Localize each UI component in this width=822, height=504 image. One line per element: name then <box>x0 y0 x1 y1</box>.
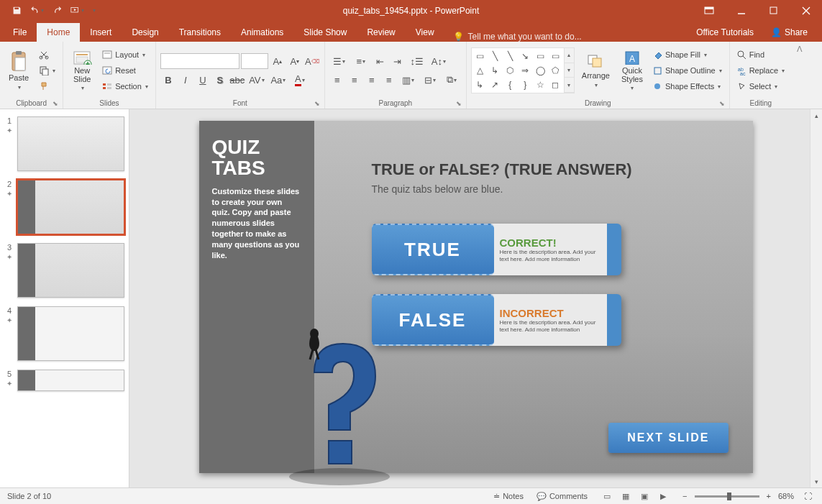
increase-font-button[interactable]: A▴ <box>270 53 286 69</box>
select-button[interactable]: Select▾ <box>734 79 787 93</box>
tab-review[interactable]: Review <box>357 23 405 42</box>
change-case-button[interactable]: Aa▾ <box>268 72 288 88</box>
line-spacing-button[interactable]: ↕☰ <box>407 53 427 69</box>
zoom-slider-track[interactable] <box>695 495 759 498</box>
true-button[interactable]: TRUE <box>372 224 494 275</box>
answer-tab-true: TRUE CORRECT! Here is the description ar… <box>372 224 731 275</box>
tab-view[interactable]: View <box>406 23 444 42</box>
comments-button[interactable]: 💬Comments <box>534 490 590 503</box>
tab-home[interactable]: Home <box>37 23 80 42</box>
shape-effects-button[interactable]: Shape Effects▾ <box>650 79 725 93</box>
redo-button[interactable] <box>47 2 66 19</box>
font-name-input[interactable] <box>160 53 239 69</box>
char-spacing-button[interactable]: AV▾ <box>247 72 267 88</box>
qat-customize-button[interactable]: ▾ <box>88 2 99 19</box>
undo-button[interactable]: ▾ <box>27 2 46 19</box>
thumbnail-3[interactable]: 3✦ <box>0 240 129 303</box>
tab-animations[interactable]: Animations <box>231 23 293 42</box>
start-from-beginning-button[interactable]: ▾ <box>68 2 86 19</box>
clear-formatting-button[interactable]: A⌫ <box>304 53 320 69</box>
tab-design[interactable]: Design <box>122 23 168 42</box>
clipboard-launcher[interactable]: ⬊ <box>52 100 58 107</box>
slide-preview[interactable]: QUIZ TABS Customize these slides to crea… <box>199 121 753 473</box>
ribbon-display-button[interactable] <box>693 0 725 21</box>
notes-button[interactable]: ≐Notes <box>490 490 526 503</box>
font-color-button[interactable]: A▾ <box>290 72 310 88</box>
share-button[interactable]: 👤 Share <box>765 24 813 40</box>
strikethrough-button[interactable]: abc <box>229 72 245 88</box>
zoom-in-button[interactable]: + <box>764 490 774 502</box>
increase-indent-button[interactable]: ⇥ <box>390 53 406 69</box>
zoom-out-button[interactable]: − <box>680 490 690 502</box>
format-painter-button[interactable] <box>36 79 58 93</box>
layout-button[interactable]: Layout▾ <box>99 47 151 62</box>
smartart-button[interactable]: ⧉▾ <box>442 72 462 88</box>
maximize-button[interactable] <box>757 0 790 21</box>
thumbnail-2[interactable]: 2✦ <box>0 177 129 240</box>
false-button[interactable]: FALSE <box>372 294 494 346</box>
shape-outline-button[interactable]: Shape Outline▾ <box>650 63 725 78</box>
decrease-indent-button[interactable]: ⇤ <box>373 53 388 69</box>
shape-fill-button[interactable]: Shape Fill▾ <box>650 47 725 62</box>
thumbnail-1[interactable]: 1✦ <box>0 114 129 177</box>
bold-button[interactable]: B <box>160 72 176 88</box>
tab-insert[interactable]: Insert <box>80 23 122 42</box>
tell-me-search[interactable]: 💡 Tell me what you want to do... <box>453 32 582 42</box>
scroll-down-icon[interactable]: ▾ <box>815 475 818 487</box>
bullets-button[interactable]: ☰▾ <box>329 53 350 69</box>
close-button[interactable] <box>790 0 822 21</box>
fit-to-window-button[interactable]: ⛶ <box>801 490 815 502</box>
thumbnail-5[interactable]: 5✦ <box>0 367 129 397</box>
sorter-view-button[interactable]: ▦ <box>616 489 635 503</box>
italic-button[interactable]: I <box>178 72 193 88</box>
tab-slideshow[interactable]: Slide Show <box>293 23 357 42</box>
reading-view-button[interactable]: ▣ <box>635 489 654 503</box>
tab-cap <box>606 294 621 346</box>
tab-transitions[interactable]: Transitions <box>169 23 231 42</box>
vertical-scrollbar[interactable]: ▴ ▾ <box>810 109 822 487</box>
numbering-button[interactable]: ≡▾ <box>351 53 371 69</box>
font-size-input[interactable] <box>241 53 268 69</box>
decrease-font-button[interactable]: A▾ <box>287 53 303 69</box>
reset-button[interactable]: Reset <box>99 63 151 78</box>
svg-rect-17 <box>104 52 110 54</box>
save-button[interactable] <box>7 2 26 19</box>
minimize-button[interactable] <box>725 0 757 21</box>
justify-button[interactable]: ≡ <box>381 72 397 88</box>
tab-file[interactable]: File <box>3 23 37 42</box>
slideshow-view-button[interactable]: ▶ <box>654 489 672 503</box>
scroll-up-icon[interactable]: ▴ <box>815 109 818 122</box>
paragraph-launcher[interactable]: ⬊ <box>456 100 462 107</box>
shapes-gallery[interactable]: ▭╲╲↘▭▭ △↳⬡⇒◯⬠ ↳↗{}☆◻ <box>471 47 565 93</box>
font-launcher[interactable]: ⬊ <box>314 100 320 107</box>
text-direction-button[interactable]: A↕▾ <box>429 53 449 69</box>
collapse-ribbon-button[interactable]: ᐱ <box>792 42 808 109</box>
normal-view-button[interactable]: ▭ <box>598 489 616 503</box>
arrange-button[interactable]: Arrange▾ <box>577 47 614 94</box>
underline-button[interactable]: U <box>195 72 211 88</box>
group-slides: New Slide ▾ Layout▾ Reset Section▾ Slide… <box>63 42 156 109</box>
next-slide-button[interactable]: NEXT SLIDE <box>608 423 728 453</box>
shapes-scroll[interactable]: ▴▾▾ <box>565 47 575 93</box>
quick-styles-button[interactable]: A Quick Styles▾ <box>617 47 647 94</box>
lightbulb-icon: 💡 <box>453 32 464 42</box>
slide-indicator[interactable]: Slide 2 of 10 <box>7 492 51 500</box>
thumbnail-4[interactable]: 4✦ <box>0 303 129 367</box>
zoom-level[interactable]: 68% <box>778 492 794 500</box>
align-text-button[interactable]: ⊟▾ <box>420 72 440 88</box>
zoom-slider-thumb[interactable] <box>727 492 731 500</box>
align-center-button[interactable]: ≡ <box>347 72 362 88</box>
copy-button[interactable]: ▾ <box>36 63 58 78</box>
paste-button[interactable]: Paste ▾ <box>4 47 33 94</box>
align-right-button[interactable]: ≡ <box>364 72 380 88</box>
drawing-launcher[interactable]: ⬊ <box>719 100 725 107</box>
replace-button[interactable]: abacReplace▾ <box>734 63 787 78</box>
new-slide-button[interactable]: New Slide ▾ <box>68 47 96 94</box>
account-name[interactable]: Office Tutorials <box>689 23 761 42</box>
find-button[interactable]: Find <box>734 47 787 62</box>
align-left-button[interactable]: ≡ <box>329 72 345 88</box>
shadow-button[interactable]: S <box>212 72 228 88</box>
section-button[interactable]: Section▾ <box>99 79 151 93</box>
columns-button[interactable]: ▥▾ <box>398 72 419 88</box>
cut-button[interactable] <box>36 47 58 62</box>
